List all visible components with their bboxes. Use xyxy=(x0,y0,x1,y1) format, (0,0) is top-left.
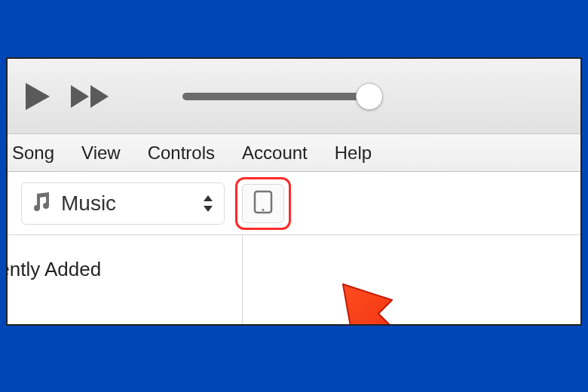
svg-marker-2 xyxy=(90,85,109,108)
highlight-annotation xyxy=(235,177,291,230)
library-toolbar: Music xyxy=(8,172,580,235)
volume-thumb[interactable] xyxy=(356,83,383,110)
volume-track xyxy=(182,93,371,100)
playback-controls-bar xyxy=(8,59,580,134)
ipad-icon xyxy=(253,190,273,217)
device-button[interactable] xyxy=(242,184,284,223)
menu-bar: Song View Controls Account Help xyxy=(8,134,580,172)
menu-controls[interactable]: Controls xyxy=(148,142,215,164)
library-picker-label: Music xyxy=(61,191,194,216)
sidebar: Recently Added xyxy=(8,235,243,324)
music-icon xyxy=(29,191,52,216)
menu-account[interactable]: Account xyxy=(242,142,308,164)
svg-marker-4 xyxy=(204,206,213,212)
library-picker[interactable]: Music xyxy=(21,182,225,225)
svg-point-6 xyxy=(262,209,265,211)
content-area: Recently Added xyxy=(8,235,580,324)
menu-view[interactable]: View xyxy=(81,142,121,164)
svg-marker-1 xyxy=(71,85,89,108)
sidebar-item-recently-added[interactable]: Recently Added xyxy=(8,253,242,286)
updown-stepper-icon xyxy=(203,194,213,213)
svg-marker-3 xyxy=(204,195,213,201)
fast-forward-button[interactable] xyxy=(69,84,112,109)
play-button[interactable] xyxy=(24,81,51,112)
volume-slider[interactable] xyxy=(182,81,401,112)
svg-marker-0 xyxy=(26,83,50,110)
itunes-window: Song View Controls Account Help Music xyxy=(6,57,582,326)
menu-help[interactable]: Help xyxy=(335,142,372,164)
menu-song[interactable]: Song xyxy=(12,142,54,164)
